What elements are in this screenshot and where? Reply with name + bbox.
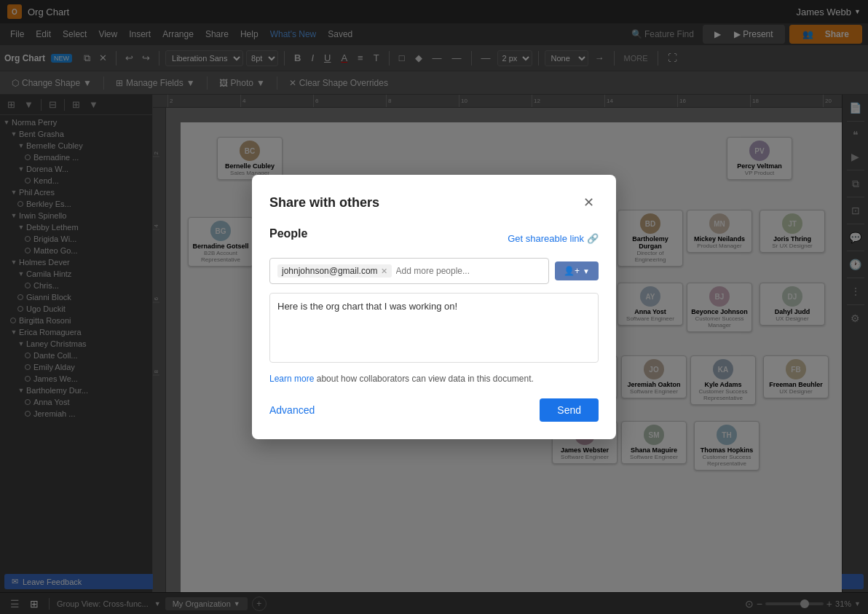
learn-more-text: Learn more about how collaborators can v… — [269, 374, 599, 384]
email-input-area[interactable]: johnjohnson@gmail.com ✕ — [269, 258, 549, 284]
modal-title: Share with others — [269, 195, 379, 210]
learn-more-link[interactable]: Learn more — [269, 374, 314, 384]
send-button[interactable]: Send — [540, 398, 599, 422]
modal-footer: Advanced Send — [269, 398, 599, 422]
email-chip-text: johnjohnson@gmail.com — [282, 266, 378, 276]
invite-icon: 👤+ — [564, 266, 580, 276]
modal-overlay[interactable]: Share with others ✕ People Get shareable… — [0, 0, 868, 614]
learn-more-suffix: about how collaborators can view data in… — [314, 374, 534, 384]
shareable-link[interactable]: Get shareable link 🔗 — [508, 233, 599, 244]
people-label: People — [269, 227, 307, 240]
link-icon: 🔗 — [587, 233, 599, 244]
modal-close-button[interactable]: ✕ — [578, 192, 599, 213]
email-chip: johnjohnson@gmail.com ✕ — [277, 264, 392, 278]
people-header: People Get shareable link 🔗 — [269, 227, 599, 249]
share-modal: Share with others ✕ People Get shareable… — [252, 175, 616, 439]
email-chip-remove[interactable]: ✕ — [381, 267, 387, 276]
message-area[interactable]: Here is the org chart that I was working… — [269, 293, 599, 363]
email-input[interactable] — [396, 266, 541, 276]
invite-button[interactable]: 👤+ ▼ — [555, 261, 599, 280]
invite-caret: ▼ — [583, 267, 590, 275]
modal-header: Share with others ✕ — [269, 192, 599, 213]
shareable-link-text: Get shareable link — [508, 233, 584, 244]
people-row: johnjohnson@gmail.com ✕ 👤+ ▼ — [269, 258, 599, 284]
advanced-button[interactable]: Advanced — [269, 404, 315, 416]
